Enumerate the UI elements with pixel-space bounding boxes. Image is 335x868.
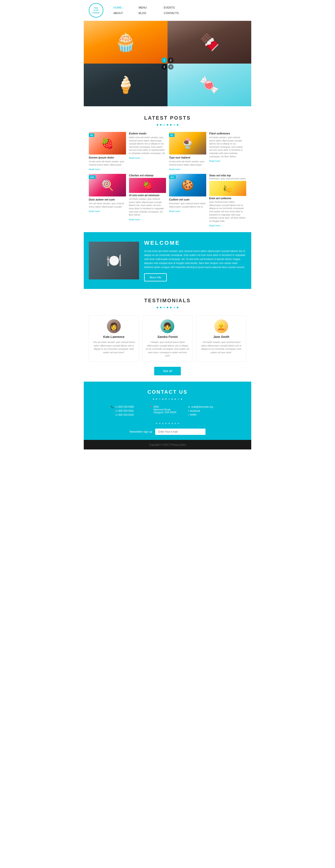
address-line3: Glasgow, D04 89GR (153, 411, 176, 414)
testimonial-text-1: "Vim ad minim veniam, quis nostrud exerc… (92, 341, 136, 354)
post-sub-image-8: 🍋 (209, 181, 247, 196)
contact-address: 📍 8901 Marmora Road Glasgow, D04 89GR (149, 405, 185, 416)
newsletter-input[interactable] (155, 429, 205, 435)
site-header: Time to eat Cookies! HOME • MENU EVENTS … (84, 0, 251, 21)
twitter-icon: t (188, 413, 189, 416)
contact-divider-dots (89, 421, 246, 425)
post-sub-image-6: 🍓 (129, 178, 166, 193)
see-all-button[interactable]: See all (154, 367, 181, 375)
hero-cell-4: 🍬 (168, 64, 251, 106)
nav-home[interactable]: HOME • (113, 5, 139, 10)
testimonial-card-1: 👩 Kate Lawrence "Vim ad minim veniam, qu… (89, 315, 139, 362)
post-badge-1: $3 (89, 133, 94, 137)
section-dots (89, 123, 246, 126)
post-image-7: 🍪 $11 (169, 174, 206, 196)
footer-text: Copyright © 2014 | Privacy policy (149, 443, 186, 446)
hero-icecream-icon: 🍦 (115, 75, 136, 94)
post-readmore-7[interactable]: Read more (169, 210, 180, 213)
avatar-icon-2: 👧 (163, 322, 172, 330)
newsletter-label: Newsletter sign up (130, 430, 152, 433)
hero-indicators: 1 2 3 4 (162, 58, 173, 70)
post-sub-icon-6: 🍓 (143, 181, 152, 190)
welcome-food-icon: 🍽️ (106, 253, 122, 268)
contact-social: ✉ mail@demosite.org f facebook t twitter (188, 405, 224, 416)
hero-indicator-4[interactable]: 4 (168, 64, 173, 70)
hero-indicator-2[interactable]: 2 (168, 58, 173, 63)
post-title-5: Duis autem vel cum (89, 198, 126, 201)
post-subtitle-8: Enim ant sollemne (209, 197, 247, 200)
hero-macaron-icon: 🍬 (199, 75, 220, 94)
hero-indicator-3[interactable]: 3 (162, 64, 167, 70)
post-readmore-1[interactable]: Read more (89, 168, 100, 170)
phone-icon-2: 📞 (111, 409, 114, 412)
post-food-icon-1: 🍓 (101, 137, 114, 149)
post-title-4: Fiant sollemnes (209, 132, 247, 135)
post-readmore-4[interactable]: Read more (209, 160, 221, 162)
phone-icon-3: 📞 (111, 413, 114, 416)
testimonials-title: TESTIMONIALS (89, 298, 246, 304)
testimonial-avatar-3: 👱 (214, 319, 228, 333)
testimonial-name-2: Sandra Forest (146, 335, 189, 339)
nav-blog[interactable]: BLOG (139, 10, 164, 16)
post-title-3: Typi non habent (169, 156, 206, 159)
post-subtitle-6: Ut misi enim ad minimum (129, 194, 166, 197)
post-badge-5: $12 (89, 175, 95, 179)
address-icon: 📍 (149, 406, 152, 408)
welcome-content: WELCOME Ut wisi enim ad minim veniam, qu… (144, 240, 246, 281)
nav-events[interactable]: EVENTS (164, 5, 189, 10)
hero-cell-1: 🧁 (84, 21, 168, 64)
logo-line2: to eat (92, 9, 100, 11)
post-food-icon-5: 🍭 (101, 179, 114, 191)
facebook-link[interactable]: facebook (190, 409, 200, 412)
twitter-link[interactable]: twitter (190, 413, 197, 416)
post-card-3: 🍨 $7 Typi non habent Ut wisi enim ad min… (169, 132, 206, 171)
welcome-section: 🍽️ WELCOME Ut wisi enim ad minim veniam,… (84, 232, 251, 289)
phone-icon: 📞 (111, 406, 114, 408)
post-card-6: Claritas est etiamp 🍓 Ut misi enim ad mi… (129, 174, 166, 227)
nav-contacts[interactable]: CONTACTS (164, 10, 189, 16)
posts-row-1: 🍓 $3 Dorem ipsum dolor Ut wisi enim ad m… (89, 132, 246, 171)
post-readmore-5[interactable]: Read more (89, 210, 100, 213)
phone-3: +1 800 559 6592 (115, 413, 134, 416)
logo[interactable]: Time to eat Cookies! (89, 3, 103, 18)
hero-indicator-1[interactable]: 1 (162, 58, 167, 63)
post-card-4: Fiant sollemnes Ad minim veniam, quis no… (209, 132, 247, 171)
hero-cell-3: 🍦 (84, 64, 168, 106)
post-card-7: 🍪 $11 Cuitem vel cum Eoremiam, quis nost… (169, 174, 206, 227)
post-image-3: 🍨 $7 (169, 132, 206, 155)
email-icon: ✉ (188, 406, 190, 408)
post-text-top-8: Eoremiam, quis nostrud exerci tation (209, 177, 247, 180)
testimonial-card-2: 👧 Sandra Forest "Veniam, quis nostrud ex… (143, 315, 193, 362)
post-sub-icon-8: 🍋 (223, 184, 232, 193)
latest-posts-title: LATEST POSTS (89, 115, 246, 121)
post-readmore-6[interactable]: Read more (129, 218, 140, 221)
testimonials-section: TESTIMONIALS 👩 Kate Lawrence "Vim ad min… (84, 289, 251, 382)
post-text-2: Deles enim ad minim veniam, quis nostrud… (129, 136, 166, 155)
post-readmore-2[interactable]: Read more (129, 157, 140, 159)
post-readmore-8[interactable]: Read more (209, 224, 221, 227)
testimonial-text-2: "Veniam, quis nostrud exerci tation ulla… (146, 341, 189, 358)
address-line1: 8901 (153, 405, 176, 408)
post-text-bottom-8: Quis nostrud exerci tation ullamcorper s… (209, 200, 247, 223)
post-food-icon-7: 🍪 (182, 179, 194, 191)
newsletter-row: Newsletter sign up (89, 429, 246, 435)
facebook-icon: f (188, 410, 189, 412)
hero-cake-icon: 🍫 (199, 33, 220, 52)
contact-email[interactable]: mail@demosite.org (191, 405, 213, 408)
latest-posts-section: LATEST POSTS 🍓 $3 Dorem ipsum dolor Ut w… (84, 106, 251, 232)
post-card-8: Seas est etia mp Eoremiam, quis nostrud … (209, 174, 247, 227)
post-readmore-3[interactable]: Read more (169, 168, 180, 170)
post-image-1: 🍓 $3 (89, 132, 126, 155)
post-text-4: Ad minim veniam, quis nostrud exerci tat… (209, 136, 247, 158)
post-title-2: Eodem modo (129, 132, 166, 135)
testimonial-name-3: Jane Smith (199, 335, 243, 339)
nav-about[interactable]: ABOUT (113, 10, 139, 16)
contact-title: CONTACT US (89, 389, 246, 395)
post-title-7: Cuitem vel cum (169, 198, 206, 201)
welcome-title: WELCOME (144, 240, 246, 246)
nav-menu[interactable]: MENU (139, 5, 164, 10)
phone-1: +1 800 559 6580 (115, 405, 134, 408)
more-info-button[interactable]: More Info (144, 273, 167, 281)
post-food-icon-3: 🍨 (182, 137, 194, 149)
post-card-5: 🍭 $12 Duis autem vel cum Vim ad minim ve… (89, 174, 126, 227)
